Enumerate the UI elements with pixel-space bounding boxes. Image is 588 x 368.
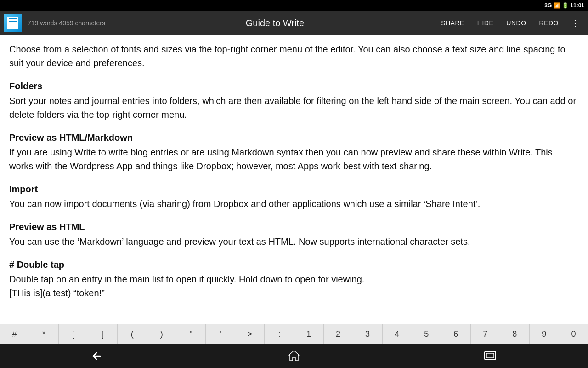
preview-html-title: Preview as HTML	[9, 220, 579, 234]
symbol-btn-7[interactable]: 7	[471, 324, 500, 345]
app-icon-graphic	[7, 17, 18, 29]
symbol-btn-)[interactable]: )	[147, 324, 176, 345]
symbol-btn-1[interactable]: 1	[294, 324, 323, 345]
text-cursor	[107, 288, 107, 299]
back-icon	[91, 351, 105, 362]
symbol-btn-[[interactable]: [	[59, 324, 88, 345]
symbol-btn-#[interactable]: #	[0, 324, 29, 345]
toolbar: 719 words 4059 characters Guide to Write…	[0, 11, 588, 35]
intro-paragraph: Choose from a selection of fonts and siz…	[9, 42, 579, 70]
back-button[interactable]	[79, 346, 116, 366]
symbol-btn-8[interactable]: 8	[500, 324, 530, 345]
symbol-btn-*[interactable]: *	[29, 324, 59, 345]
symbol-btn-'[interactable]: '	[206, 324, 235, 345]
symbol-btn-"[interactable]: "	[176, 324, 206, 345]
last-line-text: [THis is](a test) “token!”	[9, 286, 105, 300]
nav-bar	[0, 344, 588, 368]
symbol-btn-2[interactable]: 2	[324, 324, 353, 345]
undo-button[interactable]: UNDO	[501, 17, 531, 29]
double-tap-title: # Double tap	[9, 258, 579, 271]
editor-area[interactable]: Choose from a selection of fonts and siz…	[0, 35, 588, 324]
hide-button[interactable]: HIDE	[472, 17, 499, 29]
double-tap-text: Double tap on an entry in the main list …	[9, 272, 579, 286]
home-icon	[288, 349, 300, 363]
preview-markdown-title: Preview as HTML/Markdown	[9, 131, 579, 144]
symbol-btn-5[interactable]: 5	[412, 324, 441, 345]
import-section: Import You can now import documents (via…	[9, 182, 579, 211]
folders-title: Folders	[9, 79, 579, 93]
symbol-btn-3[interactable]: 3	[353, 324, 383, 345]
import-title: Import	[9, 182, 579, 196]
symbol-btn-([interactable]: (	[118, 324, 147, 345]
redo-button[interactable]: REDO	[534, 17, 564, 29]
symbol-btn-6[interactable]: 6	[441, 324, 471, 345]
svg-rect-1	[486, 353, 494, 358]
preview-markdown-section: Preview as HTML/Markdown If you are usin…	[9, 131, 579, 173]
symbol-bar: #*[]()"'>:1234567890	[0, 324, 588, 344]
folders-section: Folders Sort your notes and journal entr…	[9, 79, 579, 121]
word-count-stats: 719 words 4059 characters	[28, 19, 105, 27]
preview-html-text: You can use the ‘Markdown’ language and …	[9, 236, 470, 247]
import-text: You can now import documents (via sharin…	[9, 199, 480, 209]
folders-text: Sort your notes and journal entries into…	[9, 96, 576, 120]
document-title: Guide to Write	[114, 18, 435, 29]
preview-markdown-text: If you are using Write to write blog ent…	[9, 147, 553, 171]
symbol-btn-9[interactable]: 9	[530, 324, 559, 345]
symbol-btn-0[interactable]: 0	[559, 324, 588, 345]
recents-icon	[484, 351, 497, 362]
home-button[interactable]	[276, 346, 312, 366]
preview-html-section: Preview as HTML You can use the ‘Markdow…	[9, 220, 579, 248]
last-line: [THis is](a test) “token!”	[9, 286, 579, 300]
symbol-btn-][interactable]: ]	[88, 324, 118, 345]
recents-button[interactable]	[472, 346, 509, 366]
symbol-btn-:[interactable]: :	[265, 324, 294, 345]
toolbar-actions: SHARE HIDE UNDO REDO ⋮	[435, 15, 584, 31]
share-button[interactable]: SHARE	[435, 17, 470, 29]
status-bar-info: 3G 📶 🔋 11:01	[544, 2, 584, 9]
intro-text: Choose from a selection of fonts and siz…	[9, 44, 565, 68]
symbol-btn-4[interactable]: 4	[383, 324, 412, 345]
status-bar: 3G 📶 🔋 11:01	[0, 0, 588, 11]
double-tap-section: # Double tap Double tap on an entry in t…	[9, 258, 579, 300]
overflow-menu-button[interactable]: ⋮	[566, 15, 584, 31]
symbol-btn->[interactable]: >	[235, 324, 265, 345]
app-icon	[4, 14, 22, 32]
